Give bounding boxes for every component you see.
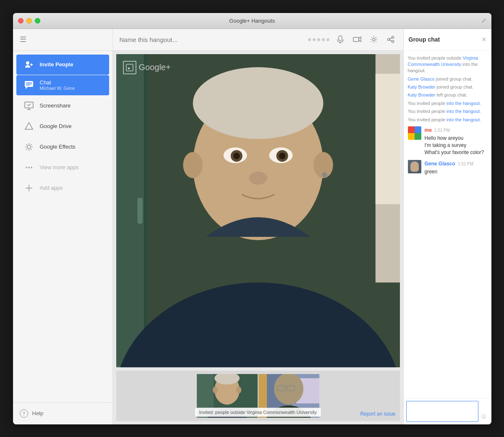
video-placeholder: Google+ bbox=[116, 54, 400, 367]
katy-link-1[interactable]: Katy Browder bbox=[408, 84, 436, 89]
effects-icon bbox=[23, 141, 35, 153]
chat-time-me: 1:51 PM bbox=[434, 127, 450, 133]
gene-link-1[interactable]: Gene Glasco bbox=[408, 76, 435, 81]
sidebar-item-screenshare[interactable]: Screenshare bbox=[16, 96, 109, 116]
chat-text-me-1: Hello how areyou bbox=[425, 135, 487, 142]
svg-point-56 bbox=[249, 171, 267, 184]
sidebar-item-help[interactable]: ? Help bbox=[20, 409, 106, 418]
into-link-3[interactable]: into the hangout bbox=[447, 117, 480, 122]
sidebar-item-chat[interactable]: Chat Michael W, Gene bbox=[16, 75, 109, 95]
svg-rect-28 bbox=[353, 37, 359, 42]
sidebar-item-add-apps[interactable]: Add apps bbox=[16, 178, 109, 198]
app-body: ☰ Invite People bbox=[13, 29, 491, 424]
system-msg-2: Gene Glasco joined group chat. bbox=[408, 76, 487, 82]
camera-icon[interactable] bbox=[351, 34, 363, 45]
chat-messages: You invited people outside Virginia Comm… bbox=[404, 51, 491, 398]
drive-label: Google Drive bbox=[40, 123, 72, 129]
window-title: Google+ Hangouts bbox=[229, 18, 275, 24]
share-icon[interactable] bbox=[385, 34, 397, 45]
main-content: Google+ bbox=[113, 29, 403, 424]
system-msg-6: You invited people into the hangout. bbox=[408, 108, 487, 115]
dot-5 bbox=[326, 38, 329, 41]
vcu-link[interactable]: Virginia Commonwealth University bbox=[408, 55, 478, 67]
chat-time-gene: 1:52 PM bbox=[458, 161, 473, 167]
avatar-me bbox=[408, 126, 421, 140]
hangout-name-input[interactable] bbox=[120, 36, 303, 43]
chat-msg-header-me: me 1:51 PM bbox=[425, 126, 487, 134]
dot-2 bbox=[313, 38, 316, 41]
svg-point-49 bbox=[322, 172, 327, 177]
more-apps-icon bbox=[23, 162, 35, 173]
svg-marker-11 bbox=[25, 123, 33, 129]
chat-header: Group chat × bbox=[404, 29, 491, 51]
chat-input[interactable] bbox=[406, 401, 479, 422]
header-controls bbox=[308, 34, 397, 45]
svg-point-33 bbox=[392, 41, 394, 43]
chat-text-me-3: What's your favorite color? bbox=[425, 149, 487, 156]
system-msg-7: You invited people into the hangout. bbox=[408, 117, 487, 123]
report-issue-link[interactable]: Report an issue bbox=[360, 411, 395, 417]
svg-point-22 bbox=[28, 167, 30, 168]
settings-icon[interactable] bbox=[368, 34, 380, 45]
gplus-icon bbox=[123, 61, 136, 74]
into-link-1[interactable]: into the hangout bbox=[447, 101, 480, 106]
invite-label: Invite People bbox=[40, 61, 73, 68]
system-msg-3: Katy Browder joined group chat. bbox=[408, 84, 487, 90]
svg-point-72 bbox=[274, 374, 303, 405]
svg-point-31 bbox=[392, 37, 394, 39]
chat-input-area: ☺ bbox=[404, 398, 491, 424]
system-msg-1: You invited people outside Virginia Comm… bbox=[408, 55, 487, 74]
avatar-gene bbox=[408, 160, 421, 173]
svg-rect-40 bbox=[137, 197, 142, 223]
chat-sublabel: Michael W, Gene bbox=[40, 86, 75, 91]
microphone-icon[interactable] bbox=[334, 34, 346, 45]
chat-msg-body-gene: Gene Glasco 1:52 PM green bbox=[425, 160, 487, 175]
maximize-button[interactable] bbox=[35, 18, 40, 24]
svg-rect-39 bbox=[144, 54, 147, 367]
sidebar-item-drive[interactable]: Google Drive bbox=[16, 116, 109, 136]
svg-line-20 bbox=[26, 149, 27, 149]
sidebar-item-invite[interactable]: Invite People bbox=[16, 55, 109, 75]
chat-sender-me: me bbox=[425, 126, 432, 134]
chat-message-me: me 1:51 PM Hello how areyou I'm taking a… bbox=[408, 126, 487, 156]
avatar-cell-blue bbox=[415, 126, 421, 133]
chat-panel: Group chat × You invited people outside … bbox=[403, 29, 491, 424]
invited-badge: Invited: people outside Virginia Commonw… bbox=[194, 408, 321, 417]
chat-msg-header-gene: Gene Glasco 1:52 PM bbox=[425, 160, 487, 167]
hamburger-icon[interactable]: ☰ bbox=[20, 35, 26, 44]
svg-point-21 bbox=[26, 167, 27, 168]
dot-4 bbox=[322, 38, 325, 41]
main-header bbox=[113, 29, 403, 51]
svg-point-32 bbox=[387, 39, 389, 41]
system-msg-5: You invited people into the hangout. bbox=[408, 100, 487, 107]
sidebar-item-effects[interactable]: Google Effects bbox=[16, 137, 109, 157]
sidebar-footer: ? Help bbox=[13, 402, 112, 424]
more-apps-label: View more apps bbox=[40, 164, 79, 170]
expand-icon[interactable]: ⤢ bbox=[481, 17, 486, 24]
svg-point-65 bbox=[236, 387, 241, 393]
emoji-button[interactable]: ☺ bbox=[478, 411, 488, 422]
sidebar-item-more-apps[interactable]: View more apps bbox=[16, 157, 109, 178]
avatar-cell-yellow bbox=[408, 133, 415, 140]
sidebar-header: ☰ bbox=[13, 29, 112, 51]
system-msg-4: Katy Browder left group chat. bbox=[408, 92, 487, 98]
invite-icon bbox=[23, 59, 35, 71]
dot-1 bbox=[308, 38, 311, 41]
minimize-button[interactable] bbox=[26, 18, 32, 24]
katy-link-2[interactable]: Katy Browder bbox=[408, 92, 436, 97]
svg-point-0 bbox=[26, 61, 29, 65]
close-button[interactable] bbox=[18, 18, 24, 24]
close-chat-button[interactable]: × bbox=[482, 36, 486, 43]
help-label: Help bbox=[32, 410, 44, 416]
into-link-2[interactable]: into the hangout bbox=[447, 109, 480, 114]
chat-text-gene-1: green bbox=[425, 168, 487, 175]
sidebar: ☰ Invite People bbox=[13, 29, 113, 424]
svg-point-54 bbox=[233, 152, 240, 159]
video-area: Google+ bbox=[113, 51, 403, 424]
svg-line-35 bbox=[389, 40, 392, 41]
svg-line-18 bbox=[31, 149, 31, 149]
add-apps-label: Add apps bbox=[40, 185, 63, 191]
traffic-lights bbox=[18, 18, 40, 24]
svg-marker-4 bbox=[26, 87, 28, 89]
dot-3 bbox=[317, 38, 320, 41]
